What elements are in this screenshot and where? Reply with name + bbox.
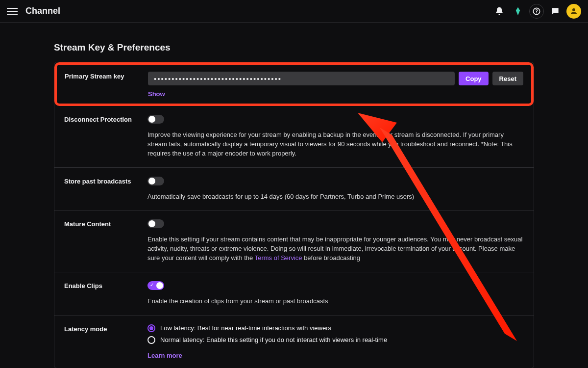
stream-key-label: Primary Stream key [65, 72, 148, 98]
bits-icon[interactable] [511, 4, 525, 19]
page-title: Stream Key & Preferences [54, 42, 534, 53]
store-label: Store past broadcasts [64, 177, 147, 185]
disconnect-desc: Improve the viewing experience for your … [147, 131, 524, 158]
latency-row: Latency mode Low latency: Best for near … [54, 315, 534, 368]
latency-option-low[interactable]: Low latency: Best for near real-time int… [147, 324, 524, 332]
clips-label: Enable Clips [64, 281, 147, 289]
store-desc: Automatically save broadcasts for up to … [147, 192, 524, 202]
store-broadcasts-row: Store past broadcasts Automatically save… [54, 168, 534, 211]
disconnect-protection-row: Disconnect Protection Improve the viewin… [54, 106, 534, 168]
menu-icon[interactable] [7, 8, 18, 15]
radio-icon [147, 336, 155, 344]
avatar[interactable] [566, 4, 581, 19]
clips-toggle[interactable]: ✓ [147, 281, 164, 290]
disconnect-toggle[interactable] [147, 115, 164, 124]
clips-desc: Enable the creation of clips from your s… [147, 297, 524, 306]
latency-option-normal[interactable]: Normal latency: Enable this setting if y… [147, 336, 524, 344]
mature-toggle[interactable] [147, 219, 164, 228]
latency-option-label: Low latency: Best for near real-time int… [160, 324, 331, 332]
store-toggle[interactable] [147, 177, 164, 185]
help-icon[interactable] [529, 4, 544, 19]
copy-button[interactable]: Copy [459, 72, 489, 85]
disconnect-label: Disconnect Protection [64, 115, 147, 123]
page-content: Stream Key & Preferences Primary Stream … [0, 23, 588, 368]
reset-button[interactable]: Reset [492, 72, 523, 85]
mature-label: Mature Content [64, 219, 147, 228]
whispers-icon[interactable] [548, 4, 563, 19]
radio-icon [147, 324, 155, 332]
annotation-highlight: Primary Stream key •••••••••••••••••••••… [54, 62, 534, 106]
tos-link[interactable]: Terms of Service [255, 254, 302, 262]
stream-key-input[interactable]: •••••••••••••••••••••••••••••••••••• [148, 72, 455, 85]
latency-option-label: Normal latency: Enable this setting if y… [160, 336, 387, 343]
header-title: Channel [25, 6, 60, 16]
mature-content-row: Mature Content Enable this setting if yo… [54, 210, 534, 272]
show-stream-key-link[interactable]: Show [148, 90, 455, 98]
notifications-icon[interactable] [492, 4, 507, 19]
settings-panel: Primary Stream key •••••••••••••••••••••… [54, 62, 534, 368]
latency-label: Latency mode [64, 324, 147, 333]
header-bar: Channel [0, 0, 588, 23]
mature-desc: Enable this setting if your stream conta… [147, 235, 524, 263]
enable-clips-row: Enable Clips ✓ Enable the creation of cl… [54, 272, 534, 315]
learn-more-link[interactable]: Learn more [147, 352, 182, 359]
